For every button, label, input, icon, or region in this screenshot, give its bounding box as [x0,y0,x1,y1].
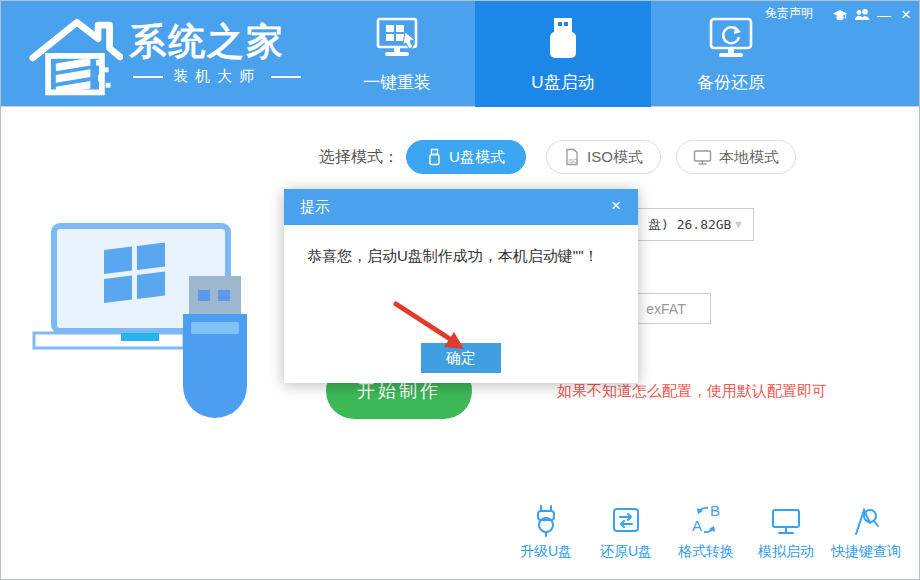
usb-small-icon [427,148,442,167]
tool-restore-usb[interactable]: 还原U盘 [588,503,664,561]
tool-label: 升级U盘 [520,543,572,561]
window-controls: — × [827,4,915,26]
mode-label: ISO模式 [587,148,643,167]
ok-button[interactable]: 确定 [421,343,501,373]
mode-label: 本地模式 [719,148,779,167]
brand-logo-house-icon [27,9,123,99]
svg-text:B: B [710,503,720,519]
usb-drive-icon [539,13,587,69]
mode-select-label: 选择模式： [319,147,399,168]
mode-label: U盘模式 [449,148,505,167]
svg-text:ISO: ISO [568,157,577,163]
header: 系统之家 装机大师 一键重装 [1,1,920,107]
config-hint-text: 如果不知道怎么配置，使用默认配置即可 [557,382,827,401]
subtitle-dash-left [133,76,163,78]
drive-value: 盘) 26.82GB [648,216,731,234]
dialog-titlebar: 提示 × [284,189,638,225]
iso-file-icon: ISO [564,148,580,167]
tab-one-key-reinstall[interactable]: 一键重装 [349,1,445,107]
tab-usb-boot[interactable]: U盘启动 [475,1,651,107]
users-icon[interactable] [853,7,871,23]
monitor-small-icon [693,148,712,166]
app-window: 系统之家 装机大师 一键重装 [0,0,920,580]
brand-title: 系统之家 [129,17,285,67]
monitor-icon [769,503,803,537]
restore-monitor-icon [705,13,757,69]
reinstall-monitor-icon [372,13,422,69]
service-cap-icon[interactable] [831,7,849,23]
tool-hotkey-query[interactable]: 快捷键查询 [828,503,904,561]
disclaimer-link[interactable]: 免责声明 [765,5,813,22]
tool-format-convert[interactable]: A B 格式转换 [668,503,744,561]
close-button[interactable]: × [897,7,915,23]
tab-label: U盘启动 [531,71,594,94]
tool-label: 快捷键查询 [831,543,901,561]
usb-drive-dropdown[interactable]: 盘) 26.82GB ▼ [621,208,754,241]
dropdown-arrow-icon: ▼ [733,218,744,230]
mode-iso-button[interactable]: ISO ISO模式 [546,140,661,174]
success-dialog: 提示 × 恭喜您，启动U盘制作成功，本机启动键""！ 确定 [284,189,638,383]
tool-label: 格式转换 [678,543,734,561]
mode-local-button[interactable]: 本地模式 [676,140,796,174]
svg-text:A: A [692,517,702,534]
dialog-title: 提示 [300,198,330,217]
brand-subtitle: 装机大师 [133,67,301,86]
tab-label: 一键重装 [363,71,431,94]
hotkey-search-icon [849,503,883,537]
tool-simulate-boot[interactable]: 模拟启动 [748,503,824,561]
dialog-close-icon[interactable]: × [606,196,626,216]
mode-usb-button[interactable]: U盘模式 [406,140,526,174]
subtitle-dash-right [271,76,301,78]
minimize-button[interactable]: — [875,7,893,23]
tool-upgrade-usb[interactable]: 升级U盘 [508,503,584,561]
tab-label: 备份还原 [697,71,765,94]
format-convert-icon: A B [689,503,723,537]
tool-label: 还原U盘 [600,543,652,561]
laptop-usb-illustration [26,214,281,433]
dialog-message: 恭喜您，启动U盘制作成功，本机启动键""！ [307,247,598,266]
usb-plug-icon [529,503,563,537]
tool-label: 模拟启动 [758,543,814,561]
restore-box-icon [609,503,643,537]
